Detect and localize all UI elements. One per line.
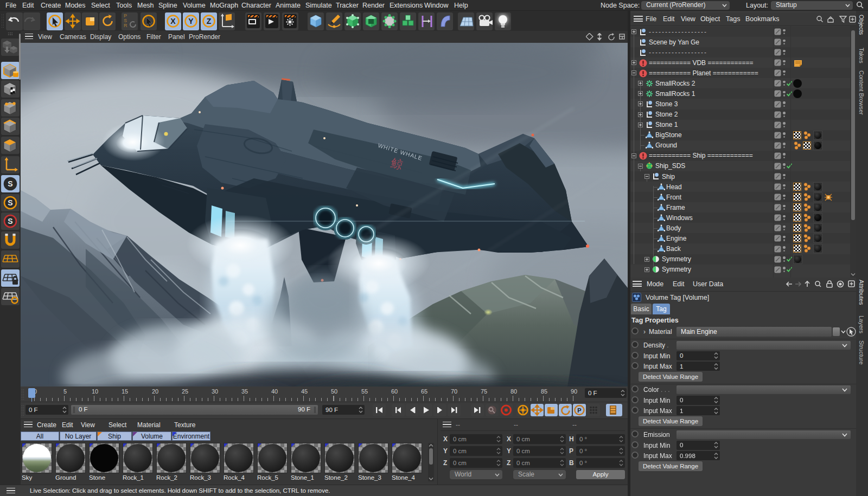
svg-text:Y: Y	[188, 17, 194, 25]
svg-text:S: S	[8, 198, 12, 207]
svg-text:S: S	[8, 217, 12, 226]
svg-text:S: S	[8, 179, 12, 188]
svg-text:P: P	[577, 407, 581, 414]
svg-text:Z: Z	[207, 17, 212, 25]
svg-text:X: X	[170, 17, 176, 25]
